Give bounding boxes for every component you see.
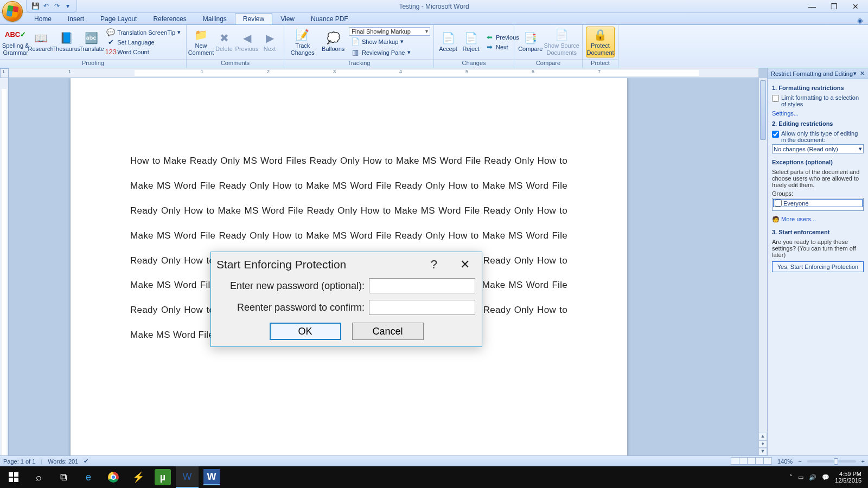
taskpane-close-icon[interactable]: ✕: [860, 70, 865, 77]
redo-icon[interactable]: ↷: [53, 2, 61, 10]
winamp-icon[interactable]: ⚡: [127, 466, 150, 488]
reviewing-pane-button[interactable]: ▥Reviewing Pane ▾: [349, 48, 430, 57]
section-formatting: 1. Formatting restrictions: [772, 85, 864, 91]
group-compare: 📑Compare 📄Show Source Documents Compare: [514, 25, 583, 68]
dialog-close-icon[interactable]: ✕: [457, 258, 473, 272]
clock[interactable]: 4:59 PM 12/5/2015: [835, 471, 861, 484]
cancel-button[interactable]: Cancel: [352, 323, 424, 340]
spelling-grammar-button[interactable]: ABC✓Spelling & Grammar: [3, 27, 28, 56]
edge-icon[interactable]: e: [77, 466, 100, 488]
tab-nuance-pdf[interactable]: Nuance PDF: [303, 13, 356, 24]
group-label: Proofing: [0, 59, 186, 68]
task-view-icon[interactable]: ⧉: [52, 466, 75, 488]
research-button[interactable]: 📖Research: [29, 30, 53, 53]
next-page-icon[interactable]: ▼: [758, 448, 767, 455]
everyone-checkbox[interactable]: [775, 200, 782, 207]
thesaurus-icon: 📘: [60, 31, 73, 44]
utorrent-icon[interactable]: µ: [155, 469, 171, 485]
zoom-slider[interactable]: [807, 460, 856, 463]
chevron-down-icon: ▾: [859, 145, 862, 152]
dialog-help-icon[interactable]: ?: [427, 258, 441, 272]
show-markup-button[interactable]: 📄Show Markup ▾: [349, 37, 430, 47]
taskpane-menu-icon[interactable]: ▾: [853, 70, 857, 77]
translate-button[interactable]: 🔤Translate: [80, 30, 104, 53]
tray-chevron-icon[interactable]: ˄: [789, 474, 793, 481]
formatting-settings-link[interactable]: Settings...: [772, 108, 864, 118]
page-status[interactable]: Page: 1 of 1: [3, 458, 35, 465]
set-language-button[interactable]: ✔Set Language: [104, 37, 183, 47]
allow-editing-checkbox[interactable]: Allow only this type of editing in the d…: [772, 129, 864, 144]
balloons-button[interactable]: 💭Balloons: [318, 30, 348, 53]
enforcement-text: Are you ready to apply these settings? (…: [772, 237, 864, 259]
wordcount-icon: 123: [106, 48, 115, 56]
ruler-origin[interactable]: L: [0, 68, 9, 78]
chrome-icon[interactable]: [102, 466, 125, 488]
volume-icon[interactable]: 🔊: [809, 474, 816, 481]
tab-insert[interactable]: Insert: [60, 13, 92, 24]
zoom-level[interactable]: 140%: [777, 458, 793, 465]
vertical-scrollbar[interactable]: ▲ ● ▼: [758, 78, 767, 455]
exceptions-text: Select parts of the document and choose …: [772, 168, 864, 189]
groups-listbox[interactable]: Everyone: [772, 198, 864, 211]
translation-screentip-button[interactable]: 💬Translation ScreenTip ▾: [104, 28, 183, 37]
word-count-status[interactable]: Words: 201: [48, 458, 78, 465]
network-icon[interactable]: ▭: [798, 474, 803, 481]
new-comment-button[interactable]: 📁New Comment: [190, 27, 212, 56]
word-2007-icon[interactable]: W: [176, 466, 199, 488]
help-icon[interactable]: ◉: [857, 17, 868, 24]
editing-type-select[interactable]: No changes (Read only)▾: [772, 144, 864, 153]
tab-review[interactable]: Review: [235, 13, 272, 24]
close-button[interactable]: ✕: [851, 2, 860, 11]
undo-icon[interactable]: ↶: [42, 2, 50, 10]
zoom-in-icon[interactable]: +: [861, 458, 865, 465]
tab-mailings[interactable]: Mailings: [195, 13, 235, 24]
maximize-button[interactable]: ❐: [829, 2, 839, 11]
tab-home[interactable]: Home: [26, 13, 60, 24]
protect-document-button[interactable]: 🔒Protect Document: [586, 27, 615, 57]
source-icon: 📄: [555, 28, 568, 41]
password-input[interactable]: [369, 278, 475, 293]
start-enforcing-button[interactable]: Yes, Start Enforcing Protection: [772, 261, 864, 272]
track-changes-button[interactable]: 📝Track Changes: [288, 27, 317, 56]
show-source-button[interactable]: 📄Show Source Documents: [545, 27, 579, 56]
tab-page-layout[interactable]: Page Layout: [92, 13, 145, 24]
action-center-icon[interactable]: 💬: [822, 474, 829, 481]
office-button[interactable]: [2, 1, 23, 22]
next-icon: ▶: [263, 31, 276, 44]
limit-formatting-checkbox[interactable]: Limit formatting to a selection of style…: [772, 93, 864, 108]
qat-more-icon[interactable]: ▾: [63, 2, 72, 10]
confirm-password-label: Reenter password to confirm:: [218, 302, 365, 313]
prev-page-icon[interactable]: ▲: [758, 433, 767, 440]
save-icon[interactable]: 💾: [31, 2, 40, 10]
start-button[interactable]: [2, 466, 25, 488]
windows-taskbar: ⌕ ⧉ e ⚡ µ W W ˄ ▭ 🔊 💬 4:59 PM 12/5/2015: [0, 466, 868, 488]
proofing-status-icon[interactable]: ✔: [84, 458, 88, 465]
zoom-out-icon[interactable]: −: [798, 458, 801, 465]
reject-button[interactable]: 📄Reject: [460, 30, 482, 53]
language-icon: ✔: [106, 38, 115, 47]
display-for-review-dropdown[interactable]: Final Showing Markup: [349, 27, 430, 36]
thesaurus-button[interactable]: 📘Thesaurus: [54, 30, 79, 53]
minimize-button[interactable]: —: [807, 2, 817, 11]
svg-rect-2: [9, 478, 13, 482]
search-icon[interactable]: ⌕: [27, 466, 50, 488]
accept-button[interactable]: 📄Accept: [437, 30, 459, 53]
word-2013-icon[interactable]: W: [203, 469, 220, 485]
next-comment-button[interactable]: ▶Next: [259, 30, 280, 53]
scroll-thumb[interactable]: [760, 80, 766, 140]
ok-button[interactable]: OK: [270, 323, 341, 340]
more-users-link[interactable]: 🧑 More users...: [772, 214, 864, 224]
tab-references[interactable]: References: [145, 13, 194, 24]
word-count-button[interactable]: 123Word Count: [104, 47, 183, 57]
previous-comment-button[interactable]: ◀Previous: [236, 30, 258, 53]
ruler-tick: 3: [333, 69, 336, 74]
tab-view[interactable]: View: [272, 13, 303, 24]
horizontal-ruler[interactable]: 1 1 2 3 4 5 6 7: [9, 68, 758, 78]
group-label: Comments: [187, 59, 284, 68]
view-buttons[interactable]: [731, 457, 772, 466]
delete-comment-button[interactable]: ✖Delete: [213, 30, 235, 53]
confirm-password-input[interactable]: [369, 300, 475, 315]
compare-button[interactable]: 📑Compare: [518, 30, 544, 53]
vertical-ruler[interactable]: [0, 78, 9, 455]
browse-object-icon[interactable]: ●: [758, 440, 767, 448]
